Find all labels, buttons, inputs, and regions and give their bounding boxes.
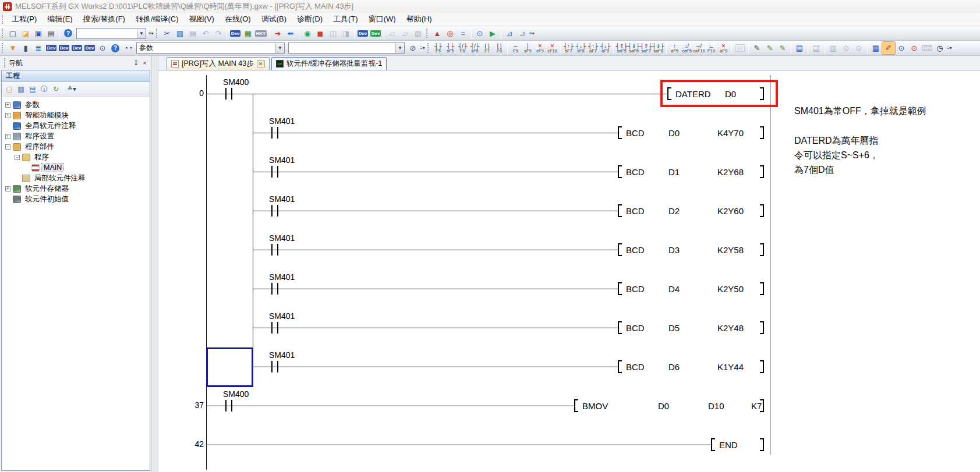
instruction-arg[interactable]: K7 [751, 401, 762, 411]
instruction-arg[interactable]: D0 [658, 401, 669, 411]
ladder-symbol-saf8-button[interactable]: ┤⇓├saF8 [652, 41, 664, 55]
ladder-symbol-caf10-button[interactable]: ─/caF10 [693, 41, 705, 55]
device-comment-edit-button[interactable]: ✎ [763, 42, 776, 54]
save-project-button[interactable]: ▣ [32, 27, 45, 40]
contact-symbol[interactable] [277, 205, 278, 217]
tree-item-7[interactable]: 局部软元件注释 [3, 173, 150, 183]
copy-item-button[interactable]: ▥ [15, 84, 27, 95]
monitor-start-button[interactable]: ◉ [301, 27, 314, 40]
tree-item-0[interactable]: +参数 [3, 100, 150, 110]
device-register-button[interactable]: Dev [369, 27, 382, 40]
program-check-1-button[interactable]: ⊿ [503, 27, 516, 40]
device-find-button[interactable]: Dev [229, 27, 242, 40]
edit-mode-button[interactable]: ✐ [882, 42, 895, 54]
contact-symbol[interactable] [277, 244, 278, 255]
menu-item-8[interactable]: 工具(T) [328, 13, 363, 26]
ladder-symbol-cf9-button[interactable]: ✕cF9 [534, 41, 546, 55]
ladder-symbol-af8-button[interactable]: ┤↓├aF8 [599, 41, 611, 55]
key-setting-button[interactable]: HKY [254, 27, 267, 40]
ladder-symbol-af5-button[interactable]: ↑aF5 [668, 41, 681, 55]
device-batch-button[interactable]: Dev [70, 42, 83, 54]
help-2-button[interactable]: ? [109, 42, 122, 54]
ladder-symbol-sf7-button[interactable]: ┤↑├sF7 [562, 41, 575, 55]
contact-symbol[interactable] [271, 244, 273, 255]
ladder-symbol-caf5-button[interactable]: ↓/caF5 [681, 41, 693, 55]
copy-button[interactable]: ▥ [174, 27, 186, 40]
toolbar-overflow-icon[interactable]: ≡▾ [148, 27, 154, 39]
device-comment-button[interactable]: Dev [45, 42, 58, 54]
instruction-op[interactable]: BCD [626, 362, 645, 372]
device-comment-edit-2-button[interactable]: ✎ [776, 42, 789, 54]
write-to-plc-button[interactable]: ➜ [271, 27, 284, 40]
ladder-symbol-saf6-button[interactable]: ┤⇓├saF6 [628, 41, 640, 55]
contact-symbol[interactable] [225, 88, 227, 100]
menu-item-7[interactable]: 诊断(D) [292, 13, 328, 26]
collapse-minus-icon[interactable]: - [15, 155, 20, 160]
instruction-op[interactable]: END [719, 440, 738, 450]
instruction-op[interactable]: BCD [626, 323, 645, 333]
help-button[interactable]: ? [62, 27, 75, 40]
module-configuration-button[interactable]: ▮ [19, 42, 32, 54]
project-view-toggle-button[interactable]: ▼ [6, 42, 19, 54]
ladder-target-button[interactable]: ◎ [444, 27, 457, 40]
contact-symbol[interactable] [271, 322, 273, 333]
contact-symbol[interactable] [231, 88, 232, 100]
menu-item-5[interactable]: 在线(O) [220, 13, 256, 26]
program-check-2-button[interactable]: ⊿ [516, 27, 529, 40]
ladder-symbol-f8-button[interactable]: [ ]F8 [493, 41, 505, 55]
chevron-down-icon[interactable]: ▼ [137, 29, 146, 38]
program-screen-button[interactable]: ▦ [242, 27, 254, 40]
page-find-button[interactable]: ⊘ [406, 42, 419, 54]
menu-item-3[interactable]: 转换/编译(C) [130, 13, 184, 26]
refresh-button[interactable]: ↻ [50, 84, 62, 95]
contact-symbol[interactable] [271, 205, 273, 217]
instruction-op[interactable]: BCD [626, 128, 645, 138]
instruction-arg[interactable]: K2Y50 [717, 284, 744, 294]
read-mode-loupe-button[interactable]: ⊙ [895, 42, 908, 54]
ladder-symbol-cf10-button[interactable]: ✕cF10 [546, 41, 558, 55]
tab-close-icon[interactable]: ✕ [257, 60, 265, 68]
contact-symbol[interactable] [277, 361, 278, 372]
ladder-symbol-sf9-button[interactable]: │sF9 [522, 41, 534, 55]
ladder-symbol-f9-button[interactable]: ─F9 [510, 41, 522, 55]
change-time-zoom-button[interactable]: ◷ [933, 42, 946, 54]
ladder-check-a-button[interactable]: ▲ [431, 27, 444, 40]
contact-symbol[interactable] [277, 166, 278, 178]
instruction-arg[interactable]: D5 [668, 323, 680, 333]
instruction-arg[interactable]: D3 [668, 245, 680, 255]
instruction-arg[interactable]: K2Y60 [717, 206, 744, 216]
toolbar-overflow-icon[interactable]: ≡▾ [946, 42, 953, 54]
toolbar-overflow-icon[interactable]: ≡▾ [419, 42, 426, 54]
instruction-op[interactable]: BMOV [582, 401, 608, 411]
close-icon[interactable]: × [140, 59, 149, 68]
read-from-plc-button[interactable]: ⬅ [284, 27, 297, 40]
cut-button[interactable]: ✂ [161, 27, 174, 40]
ladder-symbol-sf8-button[interactable]: ┤↓├sF8 [575, 41, 587, 55]
find-binoculars-button[interactable]: ◔◔ [122, 42, 135, 54]
tab-main-program[interactable]: [PRG]写入 MAIN 43步 ✕ [167, 57, 270, 70]
tree-item-3[interactable]: +程序设置 [3, 131, 150, 141]
chevron-down-icon[interactable]: ▼ [275, 43, 284, 53]
instruction-arg[interactable]: K4Y70 [717, 128, 744, 138]
expand-plus-icon[interactable]: + [5, 113, 10, 118]
menu-item-6[interactable]: 调试(B) [256, 13, 292, 26]
device-display-button[interactable]: Dev [356, 27, 369, 40]
ladder-symbol-af7-button[interactable]: ┤↑├aF7 [587, 41, 599, 55]
tree-item-2[interactable]: 全局软元件注释 [3, 120, 150, 131]
tree-item-8[interactable]: +软元件存储器 [3, 183, 150, 194]
tree-item-6[interactable]: MAIN [3, 162, 150, 173]
instruction-arg[interactable]: D10 [708, 401, 724, 411]
contact-symbol[interactable] [277, 283, 278, 294]
contact-symbol[interactable] [271, 127, 273, 139]
tree-item-9[interactable]: 软元件初始值 [3, 194, 150, 204]
contact-symbol[interactable] [277, 127, 278, 139]
menu-item-10[interactable]: 帮助(H) [401, 13, 437, 26]
panel-splitter[interactable] [151, 56, 158, 472]
ladder-symbol-f5-button[interactable]: ┤├F5 [432, 41, 444, 55]
instruction-op[interactable]: BCD [626, 284, 645, 294]
instruction-op[interactable]: BCD [626, 245, 645, 255]
device-test-menu-button[interactable]: Dev [83, 42, 96, 54]
open-project-button[interactable]: ◪ [19, 27, 32, 40]
device-search-menu-button[interactable]: ⊙ [96, 42, 109, 54]
instruction-arg[interactable]: K1Y44 [717, 362, 744, 372]
